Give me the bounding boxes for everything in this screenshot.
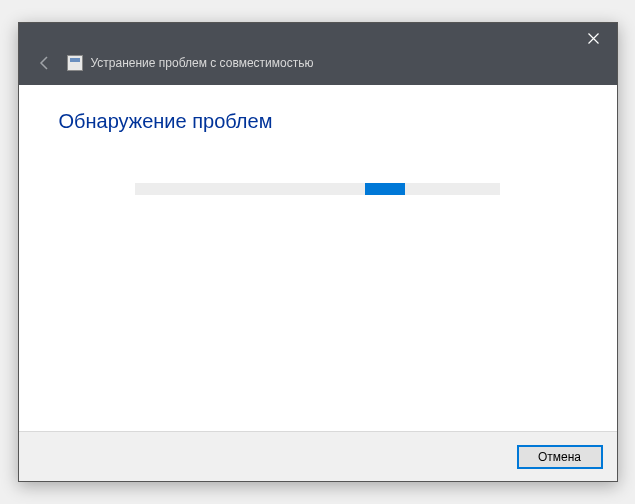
title-wrap: Устранение проблем с совместимостью [67,55,314,71]
troubleshooter-window: Устранение проблем с совместимостью Обна… [18,22,618,482]
titlebar: Устранение проблем с совместимостью [19,23,617,85]
footer: Отмена [19,431,617,481]
troubleshooter-icon [67,55,83,71]
progress-bar [135,183,500,195]
cancel-button[interactable]: Отмена [517,445,603,469]
close-button[interactable] [571,23,617,53]
page-heading: Обнаружение проблем [59,110,577,133]
progress-fill [365,183,405,195]
window-title: Устранение проблем с совместимостью [91,56,314,70]
content-area: Обнаружение проблем [19,85,617,431]
back-button [31,49,59,77]
